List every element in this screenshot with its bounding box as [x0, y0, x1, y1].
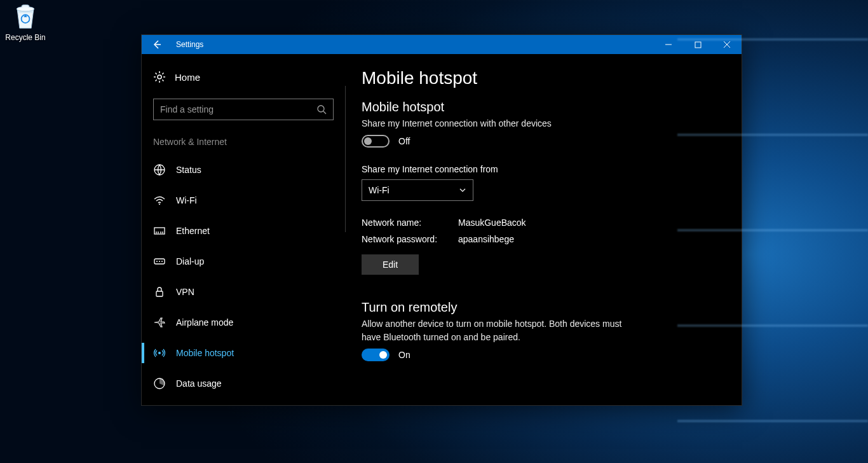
maximize-button[interactable]	[683, 35, 712, 54]
hotspot-toggle[interactable]	[362, 135, 390, 148]
search-input[interactable]	[153, 99, 334, 120]
nav-list: Status Wi-Fi Ethernet Dial-up VPN	[142, 155, 345, 399]
window-title: Settings	[172, 35, 654, 54]
titlebar: Settings	[142, 35, 742, 54]
nav-wifi[interactable]: Wi-Fi	[142, 185, 345, 216]
sidebar: Home Network & Internet Status Wi-Fi	[142, 54, 345, 405]
chevron-down-icon	[459, 186, 466, 194]
svg-rect-2	[695, 42, 701, 48]
nav-airplane[interactable]: Airplane mode	[142, 307, 345, 338]
svg-point-10	[161, 261, 163, 262]
home-label: Home	[175, 72, 200, 83]
edit-button[interactable]: Edit	[362, 254, 419, 275]
nav-label: Wi-Fi	[176, 195, 197, 205]
hotspot-toggle-label: Off	[398, 136, 410, 146]
hotspot-desc: Share my Internet connection with other …	[362, 117, 635, 130]
svg-point-6	[159, 204, 160, 205]
svg-rect-11	[156, 291, 163, 296]
close-button[interactable]	[712, 35, 742, 54]
airplane-icon	[153, 316, 166, 329]
network-password-label: Network password:	[362, 234, 458, 244]
nav-data-usage[interactable]: Data usage	[142, 368, 345, 399]
nav-label: VPN	[176, 287, 194, 297]
nav-label: Dial-up	[176, 256, 204, 266]
nav-label: Airplane mode	[176, 317, 233, 328]
nav-label: Mobile hotspot	[176, 348, 234, 358]
datausage-icon	[153, 377, 166, 390]
remote-heading: Turn on remotely	[362, 300, 716, 315]
minimize-button[interactable]	[654, 35, 683, 54]
hotspot-heading: Mobile hotspot	[362, 100, 716, 114]
remote-toggle-label: On	[398, 350, 410, 360]
nav-label: Data usage	[176, 378, 222, 389]
wifi-icon	[153, 194, 166, 207]
recycle-bin-icon	[11, 3, 39, 31]
back-button[interactable]	[142, 35, 172, 54]
hotspot-icon	[153, 347, 166, 359]
section-label: Network & Internet	[142, 120, 345, 151]
svg-point-9	[159, 261, 160, 262]
content: Mobile hotspot Mobile hotspot Share my I…	[345, 54, 742, 405]
ethernet-icon	[153, 225, 166, 237]
nav-label: Ethernet	[176, 226, 210, 236]
share-from-label: Share my Internet connection from	[362, 164, 716, 174]
network-name-value: MasukGueBacok	[458, 218, 526, 228]
dialup-icon	[153, 255, 166, 268]
nav-dialup[interactable]: Dial-up	[142, 246, 345, 277]
vpn-icon	[153, 286, 166, 298]
recycle-bin[interactable]: Recycle Bin	[5, 3, 46, 42]
globe-icon	[153, 163, 166, 176]
remote-desc: Allow another device to turn on mobile h…	[362, 317, 635, 343]
recycle-bin-label: Recycle Bin	[5, 33, 46, 42]
svg-point-0	[17, 6, 34, 11]
share-from-value: Wi-Fi	[369, 185, 390, 195]
network-password-value: apaansihbege	[458, 234, 514, 244]
svg-point-3	[158, 75, 161, 79]
page-title: Mobile hotspot	[362, 68, 716, 88]
remote-toggle[interactable]	[362, 349, 390, 361]
nav-label: Status	[176, 165, 201, 175]
home-link[interactable]: Home	[142, 67, 345, 87]
nav-mobile-hotspot[interactable]: Mobile hotspot	[142, 338, 345, 368]
svg-point-12	[158, 352, 161, 354]
share-from-select[interactable]: Wi-Fi	[362, 179, 473, 201]
nav-ethernet[interactable]: Ethernet	[142, 216, 345, 246]
search-icon	[316, 104, 327, 114]
svg-point-4	[318, 106, 324, 112]
network-name-label: Network name:	[362, 218, 458, 228]
gear-icon	[153, 71, 166, 83]
nav-vpn[interactable]: VPN	[142, 277, 345, 307]
search-field[interactable]	[160, 104, 316, 114]
settings-window: Settings Home Network & I	[141, 34, 742, 406]
nav-status[interactable]: Status	[142, 155, 345, 185]
svg-point-8	[156, 261, 158, 262]
